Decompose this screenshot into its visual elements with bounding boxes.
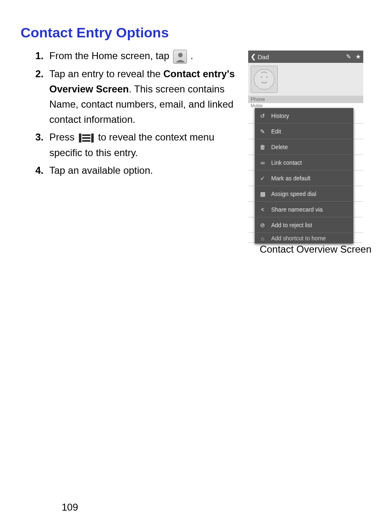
menu-label: Delete <box>271 144 288 150</box>
svg-point-8 <box>266 76 267 78</box>
step-number: 3. <box>21 129 49 160</box>
menu-item-edit[interactable]: ✎ Edit <box>255 124 353 139</box>
menu-item-reject[interactable]: ⊘ Add to reject list <box>255 217 353 233</box>
menu-label: History <box>271 113 289 119</box>
screenshot-column: ❮ Dad ✎ ★ Phone Mobile <box>248 48 371 255</box>
mobile-label: Mobile <box>248 103 363 108</box>
step-text: From the Home screen, tap <box>49 50 172 61</box>
block-icon: ⊘ <box>259 222 266 228</box>
step-text: Tap an entry to reveal the <box>49 68 164 79</box>
step-text: . <box>190 50 193 61</box>
avatar[interactable] <box>251 66 278 93</box>
svg-rect-4 <box>82 137 90 139</box>
menu-label: Add to reject list <box>271 222 312 228</box>
svg-rect-2 <box>91 134 94 143</box>
menu-label: Share namecard via <box>271 206 323 213</box>
step-text: Tap an available option. <box>49 165 153 176</box>
svg-rect-5 <box>82 140 90 142</box>
figure-caption: Contact Overview Screen <box>248 244 371 255</box>
instructions-column: 1. From the Home screen, tap . 2. Tap an… <box>21 48 240 255</box>
home-icon: ⌂ <box>259 235 266 242</box>
step-3: 3. Press to reveal the context menu spec… <box>21 129 240 160</box>
step-2: 2. Tap an entry to reveal the Contact en… <box>21 66 240 127</box>
svg-rect-1 <box>79 134 81 143</box>
menu-item-shortcut[interactable]: ⌂ Add shortcut to home <box>255 233 353 244</box>
phone-screenshot: ❮ Dad ✎ ★ Phone Mobile <box>248 51 363 243</box>
menu-item-delete[interactable]: 🗑 Delete <box>255 139 353 155</box>
svg-point-7 <box>261 76 262 78</box>
history-icon: ↺ <box>259 113 266 119</box>
step-4: 4. Tap an available option. <box>21 163 240 178</box>
step-text: Press <box>49 131 77 143</box>
menu-item-default[interactable]: ✓ Mark as default <box>255 170 353 186</box>
contacts-icon <box>173 50 187 64</box>
page-number: 109 <box>62 502 78 513</box>
step-number: 4. <box>21 163 49 178</box>
menu-label: Assign speed dial <box>271 191 316 197</box>
svg-rect-3 <box>82 134 90 136</box>
step-number: 1. <box>21 48 49 64</box>
menu-item-history[interactable]: ↺ History <box>255 108 353 124</box>
menu-label: Add shortcut to home <box>271 235 326 242</box>
phone-section-label: Phone <box>248 96 363 103</box>
section-heading: Contact Entry Options <box>21 25 371 41</box>
svg-point-0 <box>178 53 182 57</box>
contact-name: Dad <box>258 53 342 60</box>
edit-icon[interactable]: ✎ <box>346 53 351 60</box>
menu-item-link[interactable]: ∞ Link contact <box>255 155 353 170</box>
star-icon[interactable]: ★ <box>355 53 361 60</box>
share-icon: < <box>259 206 266 213</box>
trash-icon: 🗑 <box>259 144 266 150</box>
menu-item-share[interactable]: < Share namecard via <box>255 202 353 217</box>
dial-icon: ▩ <box>259 191 266 197</box>
back-chevron-icon[interactable]: ❮ <box>251 53 256 60</box>
menu-item-speed-dial[interactable]: ▩ Assign speed dial <box>255 186 353 202</box>
step-number: 2. <box>21 66 49 127</box>
pencil-icon: ✎ <box>259 128 266 135</box>
contact-photo-row <box>248 63 363 96</box>
context-menu: ↺ History ✎ Edit 🗑 Delete ∞ Link contact <box>255 108 353 244</box>
check-icon: ✓ <box>259 175 266 182</box>
menu-label: Link contact <box>271 159 302 166</box>
step-1: 1. From the Home screen, tap . <box>21 48 240 64</box>
contact-titlebar: ❮ Dad ✎ ★ <box>248 51 363 63</box>
menu-icon <box>78 133 95 143</box>
link-icon: ∞ <box>259 159 266 166</box>
menu-label: Edit <box>271 128 281 135</box>
menu-label: Mark as default <box>271 175 311 182</box>
